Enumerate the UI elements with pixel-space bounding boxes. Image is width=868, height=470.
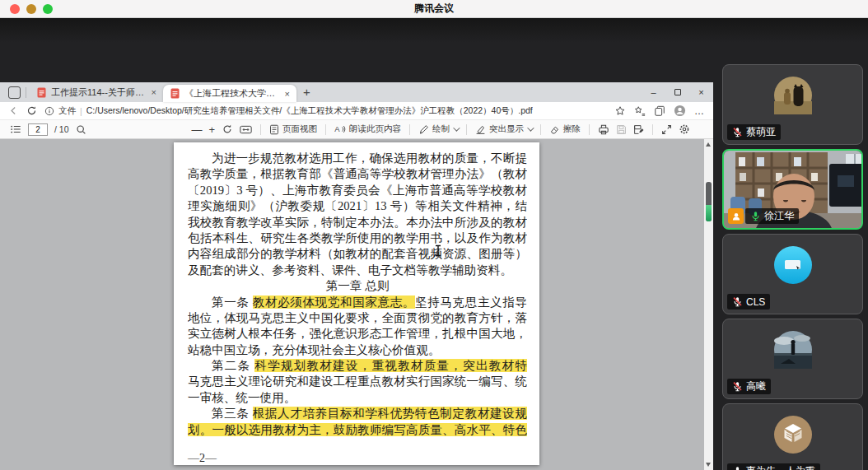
participant-tile[interactable]: CLS bbox=[722, 234, 863, 314]
participant-name-chip: 徐江华 bbox=[745, 208, 799, 224]
back-icon[interactable] bbox=[8, 105, 19, 116]
chevron-down-icon[interactable] bbox=[527, 124, 534, 131]
mic-muted-icon bbox=[732, 127, 743, 137]
scrollbar[interactable] bbox=[704, 139, 713, 470]
info-icon bbox=[44, 106, 54, 116]
participant-tile[interactable]: 蔡萌亚 bbox=[722, 64, 863, 145]
pdf-page: 为进一步规范教材选用工作，确保选用教材的质量，不断提高教学质量，根据教育部《普通… bbox=[174, 142, 539, 465]
search-icon[interactable] bbox=[76, 124, 86, 135]
document-line: 我校教育教学改革实际，特制定本办法。本办法中所涉及的教材 bbox=[188, 215, 527, 230]
tab-title: 工作提示114--关于师生员工分 bbox=[51, 86, 145, 99]
edge-minimize-button[interactable]: – bbox=[642, 84, 665, 100]
url-field[interactable]: 文件 | C:/Users/lenovo/Desktop/研究生培养管理相关文件… bbox=[44, 105, 607, 117]
refresh-icon[interactable] bbox=[26, 105, 37, 116]
tab-work-notice[interactable]: 工作提示114--关于师生员工分 × bbox=[30, 82, 163, 102]
document-line: 高教学质量，根据教育部《普通高等学校教材管理办法》（教材 bbox=[188, 166, 527, 182]
document-line: 站稳中国立场，充分体现社会主义核心价值观。 bbox=[188, 342, 527, 358]
file-scheme-label: 文件 bbox=[58, 105, 76, 117]
avatar bbox=[774, 246, 812, 287]
read-aloud-label: 朗读此页内容 bbox=[349, 123, 401, 135]
fullscreen-icon[interactable] bbox=[661, 124, 672, 135]
avatar bbox=[774, 77, 812, 118]
page-number-input[interactable] bbox=[28, 123, 48, 136]
participant-tile[interactable]: 高曦 bbox=[722, 319, 863, 399]
highlighted-text: 划。一般以选用教材为主，鼓励教师编写高质量、高水平、特色 bbox=[188, 423, 527, 436]
whiteboard-logo-avatar bbox=[774, 246, 812, 284]
mic-active-icon bbox=[750, 211, 761, 221]
document-line: 第一章 总则 bbox=[188, 278, 527, 294]
page-view-label: 页面视图 bbox=[282, 123, 317, 135]
chevron-down-icon[interactable] bbox=[453, 124, 460, 131]
tab-close-icon[interactable]: × bbox=[150, 87, 158, 97]
host-person-icon bbox=[731, 212, 741, 221]
meeting-window: 腾讯会议 工作提示114--关于师生员工分 × 《上海工程技术大学教材管理办 ×… bbox=[0, 0, 868, 470]
highlight-label: 突出显示 bbox=[489, 123, 524, 135]
document-line: 包括本科生、研究生各类教学所使用的教学用书，以及作为教材 bbox=[188, 230, 527, 246]
meeting-title: 腾讯会议 bbox=[0, 2, 868, 16]
read-aloud-button[interactable]: A 朗读此页内容 bbox=[334, 123, 401, 135]
profile-avatar-icon[interactable] bbox=[674, 105, 686, 117]
participant-name: CLS bbox=[746, 296, 765, 308]
erase-button[interactable]: 擦除 bbox=[549, 123, 581, 135]
mac-titlebar: 腾讯会议 bbox=[0, 0, 868, 18]
page-view-button[interactable]: 页面视图 bbox=[269, 123, 317, 135]
rotate-icon[interactable] bbox=[222, 123, 233, 135]
scrollbar-thumb[interactable] bbox=[706, 182, 712, 221]
zoom-window-icon[interactable] bbox=[43, 4, 53, 14]
tab-actions-menu-icon[interactable] bbox=[8, 86, 21, 99]
highlighted-text: 根据人才培养目标和学科优势特色制定教材建设规 bbox=[253, 407, 527, 420]
highlighter-icon bbox=[475, 124, 486, 135]
scroll-down-icon[interactable] bbox=[706, 463, 711, 467]
document-line: 第三条 根据人才培养目标和学科优势特色制定教材建设规 bbox=[188, 406, 527, 421]
zoom-out-button[interactable]: — bbox=[191, 123, 202, 136]
participant-name: 高曦 bbox=[746, 379, 766, 393]
fit-page-icon[interactable] bbox=[240, 124, 252, 135]
mic-muted-icon bbox=[732, 381, 743, 392]
edge-restore-button[interactable] bbox=[665, 84, 689, 100]
new-tab-button[interactable]: + bbox=[303, 85, 310, 100]
more-menu-icon[interactable]: … bbox=[694, 105, 705, 117]
tab-strip: 工作提示114--关于师生员工分 × 《上海工程技术大学教材管理办 × + – … bbox=[0, 82, 713, 102]
participant-tile[interactable]: 事为先、人为重 bbox=[722, 403, 863, 470]
cube-logo-avatar bbox=[774, 416, 812, 454]
pdf-viewer[interactable]: 为进一步规范教材选用工作，确保选用教材的质量，不断提高教学质量，根据教育部《普通… bbox=[0, 139, 713, 470]
pdf-file-icon bbox=[170, 88, 180, 99]
erase-label: 擦除 bbox=[563, 123, 581, 135]
tab-title: 《上海工程技术大学教材管理办 bbox=[184, 87, 278, 100]
document-line: 理实施细则》（沪教委规〔2021〕13 号）等相关文件精神，结合 bbox=[188, 198, 527, 214]
host-badge bbox=[728, 208, 744, 224]
add-favorite-star-icon[interactable] bbox=[614, 105, 626, 117]
participant-name-chip: 事为先、人为重 bbox=[727, 463, 820, 470]
document-line: 第二条 科学规划教材建设，重视教材质量，突出教材特色。 bbox=[188, 358, 527, 374]
draw-label: 绘制 bbox=[432, 123, 450, 135]
document-line: 〔2019〕3 号）、上海市教育委员会《上海市普通高等学校教材管 bbox=[188, 183, 527, 198]
print-icon[interactable] bbox=[598, 124, 609, 135]
pdf-file-icon bbox=[37, 87, 46, 98]
minimize-window-icon[interactable] bbox=[26, 4, 36, 14]
save-icon[interactable] bbox=[616, 124, 627, 135]
svg-text:A: A bbox=[334, 124, 340, 133]
close-window-icon[interactable] bbox=[10, 4, 20, 14]
document-line: 实立德树人根本任务，强化意识形态工作管理，扎根中国大地， bbox=[188, 326, 527, 342]
edge-close-button[interactable]: × bbox=[689, 84, 713, 100]
document-line: 划。一般以选用教材为主，鼓励教师编写高质量、高水平、特色 bbox=[188, 422, 527, 438]
document-line: 一审核、统一使用。 bbox=[188, 390, 527, 406]
settings-gear-icon[interactable] bbox=[679, 123, 690, 135]
highlight-button[interactable]: 突出显示 bbox=[475, 123, 532, 135]
scroll-up-icon[interactable] bbox=[706, 142, 711, 147]
address-divider: | bbox=[80, 106, 82, 116]
mic-muted-icon bbox=[732, 296, 743, 307]
zoom-in-button[interactable]: + bbox=[208, 123, 215, 136]
tab-close-icon[interactable]: × bbox=[283, 89, 292, 99]
participant-name-chip: 蔡萌亚 bbox=[727, 124, 781, 140]
participant-tile[interactable]: 徐江华 bbox=[722, 149, 863, 230]
draw-button[interactable]: 绘制 bbox=[418, 123, 458, 135]
restore-icon bbox=[674, 89, 681, 95]
collections-icon[interactable] bbox=[654, 105, 665, 117]
document-line: 马克思主义理论研究和建设工程重点教材实行国家统一编写、统 bbox=[188, 374, 527, 389]
tab-textbook-regulations[interactable]: 《上海工程技术大学教材管理办 × bbox=[163, 85, 296, 102]
text-cursor-pointer bbox=[434, 244, 442, 257]
favorites-icon[interactable] bbox=[634, 105, 646, 117]
toc-icon[interactable] bbox=[10, 123, 21, 135]
save-as-icon[interactable] bbox=[633, 124, 644, 135]
